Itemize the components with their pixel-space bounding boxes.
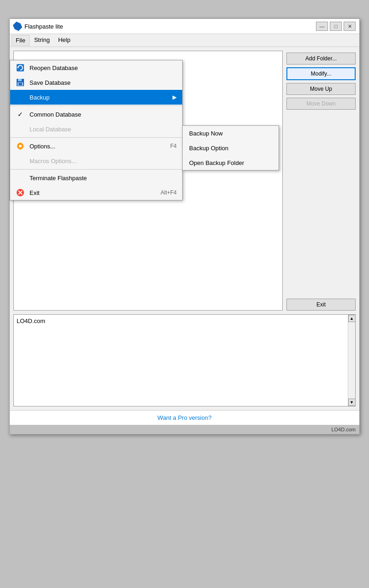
options-label: Options...: [30, 143, 166, 150]
pro-link[interactable]: Want a Pro version?: [157, 414, 211, 421]
move-down-button[interactable]: Move Down: [286, 98, 356, 110]
options-icon: [16, 141, 25, 151]
svg-rect-9: [20, 148, 21, 150]
pro-bar: Want a Pro version?: [10, 410, 359, 425]
exit-shortcut: Alt+F4: [161, 189, 177, 196]
separator-2: [10, 137, 182, 138]
menu-string-label: String: [34, 36, 50, 43]
macros-label: Macros Options...: [30, 158, 177, 165]
menu-bar: File String Help: [10, 34, 359, 47]
menu-help-label: Help: [58, 36, 71, 43]
macros-icon-placeholder: [16, 156, 25, 165]
preview-area: LO4D.com ▲ ▼: [13, 314, 356, 406]
terminate-label: Terminate Flashpaste: [30, 175, 177, 182]
backup-option-label: Backup Option: [189, 145, 228, 152]
modify-button[interactable]: Modify...: [286, 67, 356, 80]
title-bar-left: Flashpaste lite: [13, 22, 63, 30]
backup-submenu: Backup Now Backup Option Open Backup Fol…: [182, 125, 279, 171]
title-controls: — □ ✕: [316, 22, 356, 31]
spacer: [286, 112, 356, 296]
local-db-icon-placeholder: [16, 124, 25, 134]
right-buttons-wrapper: Add Folder... Modify... Move Up Move Dow…: [286, 53, 356, 311]
exit-icon: [16, 188, 25, 197]
logo-bar: LO4D.com: [10, 425, 359, 434]
move-up-button[interactable]: Move Up: [286, 83, 356, 95]
reopen-icon: [16, 63, 25, 72]
backup-now-label: Backup Now: [189, 130, 223, 137]
local-db-label: Local Database: [30, 126, 177, 133]
app-body: Add Folder... Modify... Move Up Move Dow…: [10, 47, 359, 434]
open-backup-folder-item[interactable]: Open Backup Folder: [183, 155, 279, 170]
menu-exit[interactable]: Exit Alt+F4: [10, 185, 182, 200]
menu-options[interactable]: Options... F4: [10, 139, 182, 153]
menu-common-database[interactable]: ✓ Common Database: [10, 107, 182, 122]
svg-rect-5: [18, 83, 22, 85]
scroll-down-arrow[interactable]: ▼: [348, 399, 356, 406]
separator-3: [10, 169, 182, 170]
svg-rect-8: [20, 142, 21, 144]
add-folder-button[interactable]: Add Folder...: [286, 53, 356, 65]
menu-terminate[interactable]: Terminate Flashpaste: [10, 171, 182, 185]
menu-local-database: Local Database: [10, 122, 182, 136]
title-bar: Flashpaste lite — □ ✕: [10, 19, 359, 34]
right-panel: Add Folder... Modify... Move Up Move Dow…: [286, 51, 356, 311]
terminate-icon-placeholder: [16, 173, 25, 182]
scroll-up-arrow[interactable]: ▲: [348, 315, 356, 322]
exit-button[interactable]: Exit: [286, 299, 356, 311]
options-shortcut: F4: [170, 143, 177, 149]
common-db-label: Common Database: [30, 111, 177, 118]
backup-option-item[interactable]: Backup Option: [183, 141, 279, 155]
preview-scrollbar: ▲ ▼: [348, 315, 355, 406]
preview-text: LO4D.com: [17, 318, 45, 324]
menu-file[interactable]: File: [12, 35, 30, 46]
window-title: Flashpaste lite: [24, 23, 63, 30]
svg-rect-3: [18, 79, 22, 81]
backup-label: Backup: [30, 94, 168, 101]
restore-button[interactable]: □: [330, 22, 342, 31]
close-button[interactable]: ✕: [344, 22, 356, 31]
checkmark-icon: ✓: [16, 110, 25, 119]
backup-now-item[interactable]: Backup Now: [183, 126, 279, 141]
menu-reopen-database[interactable]: Reopen Database: [10, 60, 182, 75]
backup-arrow: ▶: [173, 94, 177, 100]
menu-file-label: File: [16, 37, 25, 44]
separator-1: [10, 106, 182, 106]
file-menu-dropdown: Reopen Database Save Database: [10, 60, 183, 200]
menu-string[interactable]: String: [30, 35, 54, 46]
menu-help[interactable]: Help: [54, 35, 74, 46]
main-window: Flashpaste lite — □ ✕ File String Help A…: [9, 18, 360, 435]
save-label: Save Database: [30, 79, 177, 86]
app-icon: [12, 20, 23, 32]
exit-label: Exit: [30, 189, 156, 196]
save-icon: [16, 78, 25, 87]
menu-backup[interactable]: Backup ▶: [10, 90, 182, 105]
open-backup-folder-label: Open Backup Folder: [189, 159, 244, 166]
logo-text: LO4D.com: [331, 427, 356, 432]
svg-point-7: [19, 145, 22, 147]
reopen-label: Reopen Database: [30, 65, 177, 71]
backup-icon-placeholder: [16, 93, 25, 102]
menu-macros-options: Macros Options...: [10, 153, 182, 168]
minimize-button[interactable]: —: [316, 22, 328, 31]
menu-save-database[interactable]: Save Database: [10, 75, 182, 90]
